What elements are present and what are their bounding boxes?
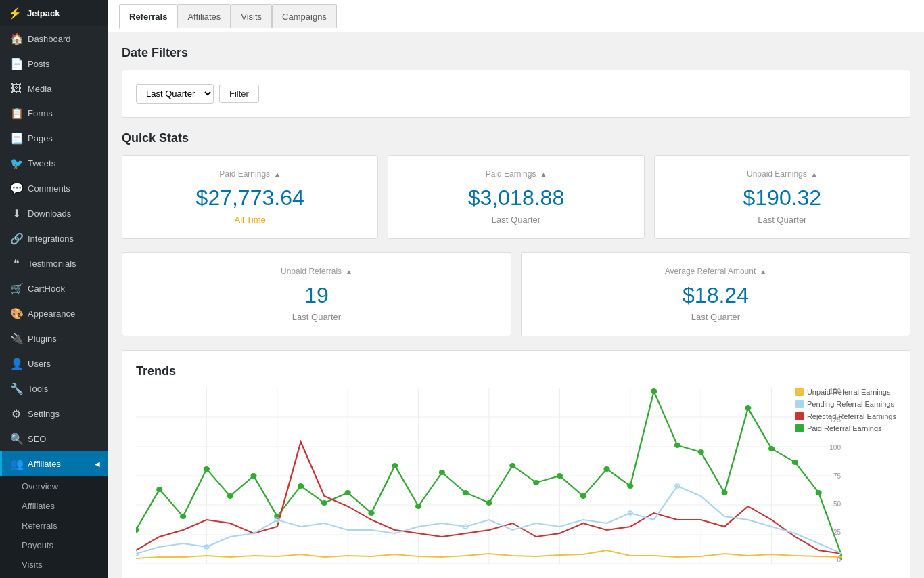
chart-area bbox=[136, 388, 842, 564]
rejected-legend-label: Rejected Referral Earnings bbox=[807, 412, 896, 420]
sidebar-item-affiliates[interactable]: 👥Affiliates◀ bbox=[0, 451, 108, 476]
sidebar-label-carthook: CartHook bbox=[28, 284, 65, 294]
dashboard-icon: 🏠 bbox=[10, 32, 22, 45]
svg-point-37 bbox=[627, 483, 633, 489]
rejected-legend-color bbox=[795, 412, 804, 420]
sidebar-item-comments[interactable]: 💬Comments bbox=[0, 176, 108, 201]
stat-value: $190.32 bbox=[671, 185, 894, 210]
filter-button[interactable]: Filter bbox=[219, 85, 259, 103]
sidebar-label-dashboard: Dashboard bbox=[28, 34, 71, 44]
svg-point-41 bbox=[721, 490, 727, 495]
sidebar-item-plugins[interactable]: 🔌Plugins bbox=[0, 326, 108, 351]
sort-arrow-icon: ▲ bbox=[760, 268, 766, 275]
sidebar-item-posts[interactable]: 📄Posts bbox=[0, 51, 108, 76]
svg-point-34 bbox=[557, 473, 563, 479]
sidebar-item-pages[interactable]: 📃Pages bbox=[0, 126, 108, 151]
svg-point-40 bbox=[698, 449, 704, 455]
sidebar-item-testimonials[interactable]: ❝Testimonials bbox=[0, 251, 108, 276]
integrations-icon: 🔗 bbox=[10, 232, 22, 245]
posts-icon: 📄 bbox=[10, 58, 22, 70]
sidebar-label-seo: SEO bbox=[28, 434, 46, 444]
tab-visits[interactable]: Visits bbox=[231, 4, 272, 28]
sidebar-item-integrations[interactable]: 🔗Integrations bbox=[0, 226, 108, 251]
sidebar-label-posts: Posts bbox=[28, 59, 50, 69]
sidebar-sub-item-affiliates[interactable]: Affiliates bbox=[0, 496, 108, 516]
stat-card-avg-referral-amount: Average Referral Amount ▲ $18.24 Last Qu… bbox=[521, 252, 910, 336]
tab-referrals[interactable]: Referrals bbox=[119, 4, 177, 29]
svg-point-28 bbox=[415, 504, 421, 509]
tab-affiliates[interactable]: Affiliates bbox=[177, 4, 231, 28]
tab-campaigns[interactable]: Campaigns bbox=[272, 4, 337, 28]
sidebar-sub-item-creatives[interactable]: Creatives bbox=[0, 575, 108, 578]
media-icon: 🖼 bbox=[10, 83, 22, 95]
stat-value: $3,018.88 bbox=[405, 185, 627, 210]
sidebar-item-carthook[interactable]: 🛒CartHook bbox=[0, 276, 108, 301]
date-filter-select[interactable]: Last Quarter This Month Last Month This … bbox=[136, 84, 214, 104]
svg-point-29 bbox=[439, 470, 445, 475]
date-filters-title: Date Filters bbox=[122, 46, 910, 60]
svg-point-19 bbox=[204, 466, 210, 472]
svg-point-27 bbox=[392, 463, 398, 468]
sidebar-label-downloads: Downloads bbox=[28, 208, 71, 219]
stat-sublabel: Last Quarter bbox=[139, 312, 494, 322]
comments-icon: 💬 bbox=[10, 182, 22, 195]
legend-item-unpaid: Unpaid Referral Earnings bbox=[795, 388, 896, 396]
sidebar-item-settings[interactable]: ⚙Settings bbox=[0, 401, 108, 426]
svg-point-44 bbox=[792, 460, 798, 465]
svg-point-30 bbox=[463, 490, 469, 495]
sort-arrow-icon: ▲ bbox=[811, 171, 818, 178]
sidebar-item-forms[interactable]: 📋Forms bbox=[0, 101, 108, 126]
stat-value: $27,773.64 bbox=[139, 185, 361, 210]
tweets-icon: 🐦 bbox=[10, 157, 22, 170]
svg-point-38 bbox=[651, 388, 657, 394]
stats-grid-row1: Paid Earnings ▲ $27,773.64 All Time Paid… bbox=[122, 155, 910, 239]
svg-point-32 bbox=[509, 463, 515, 468]
sidebar-item-downloads[interactable]: ⬇Downloads bbox=[0, 201, 108, 226]
forms-icon: 📋 bbox=[10, 107, 22, 120]
sidebar-logo-label: Jetpack bbox=[27, 8, 60, 18]
sidebar-sub-item-referrals[interactable]: Referrals bbox=[0, 516, 108, 535]
sidebar-item-users[interactable]: 👤Users bbox=[0, 351, 108, 376]
sidebar-item-tweets[interactable]: 🐦Tweets bbox=[0, 151, 108, 176]
stat-label: Average Referral Amount ▲ bbox=[538, 267, 894, 276]
sidebar-label-users: Users bbox=[28, 359, 51, 369]
sidebar-item-dashboard[interactable]: 🏠Dashboard bbox=[0, 26, 108, 51]
sort-arrow-icon: ▲ bbox=[346, 268, 352, 275]
svg-point-18 bbox=[180, 514, 186, 519]
svg-point-21 bbox=[250, 473, 256, 479]
stat-label: Paid Earnings ▲ bbox=[139, 169, 361, 179]
sidebar-item-seo[interactable]: 🔍SEO bbox=[0, 426, 108, 451]
stat-sublabel: Last Quarter bbox=[538, 312, 894, 322]
downloads-icon: ⬇ bbox=[10, 207, 22, 220]
sidebar-item-tools[interactable]: 🔧Tools bbox=[0, 376, 108, 401]
sort-arrow-icon: ▲ bbox=[540, 171, 547, 178]
testimonials-icon: ❝ bbox=[10, 257, 22, 270]
sidebar-label-media: Media bbox=[28, 84, 51, 94]
stat-sublabel: Last Quarter bbox=[405, 215, 627, 225]
sidebar-label-tools: Tools bbox=[28, 384, 48, 394]
pending-legend-color bbox=[795, 400, 804, 408]
tools-icon: 🔧 bbox=[10, 382, 22, 395]
sidebar-item-appearance[interactable]: 🎨Appearance bbox=[0, 301, 108, 326]
sidebar-sub-item-overview[interactable]: Overview bbox=[0, 476, 108, 496]
sort-arrow-icon: ▲ bbox=[274, 171, 281, 178]
active-arrow: ◀ bbox=[95, 460, 100, 468]
stat-card-unpaid-referrals: Unpaid Referrals ▲ 19 Last Quarter bbox=[122, 252, 511, 336]
appearance-icon: 🎨 bbox=[10, 307, 22, 320]
sidebar-sub-item-visits[interactable]: Visits bbox=[0, 555, 108, 575]
stat-sublabel: Last Quarter bbox=[671, 215, 894, 225]
stat-value: 19 bbox=[139, 283, 494, 308]
quick-stats-title: Quick Stats bbox=[122, 131, 910, 146]
sidebar-item-media[interactable]: 🖼Media bbox=[0, 76, 108, 101]
sidebar-logo[interactable]: ⚡ Jetpack bbox=[0, 0, 108, 26]
legend-item-paid: Paid Referral Earnings bbox=[795, 424, 896, 432]
trends-section: Trends bbox=[122, 350, 910, 578]
sidebar-label-affiliates: Affiliates bbox=[28, 459, 61, 469]
sidebar-label-integrations: Integrations bbox=[28, 234, 74, 244]
stat-label: Paid Earnings ▲ bbox=[405, 169, 627, 179]
stat-sublabel: All Time bbox=[139, 215, 361, 225]
stat-label: Unpaid Earnings ▲ bbox=[671, 169, 894, 179]
sidebar-sub-item-payouts[interactable]: Payouts bbox=[0, 535, 108, 555]
svg-point-24 bbox=[321, 500, 327, 506]
svg-point-42 bbox=[745, 405, 751, 411]
